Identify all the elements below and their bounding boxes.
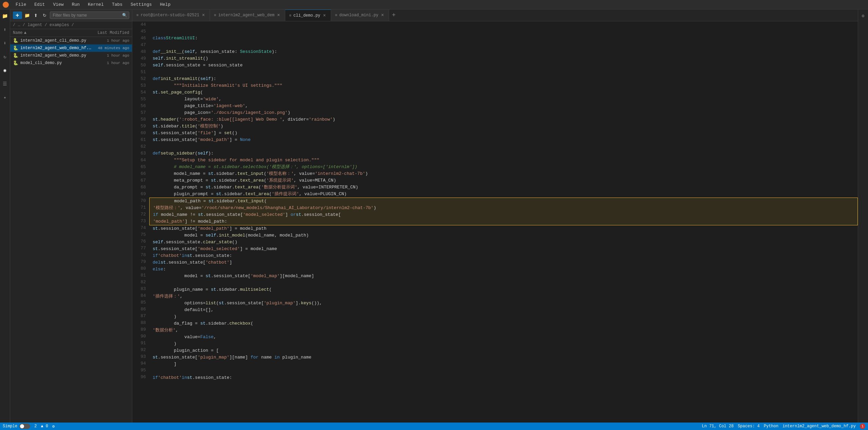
add-tab-button[interactable]: + <box>389 9 399 21</box>
simple-toggle[interactable]: Simple <box>3 424 30 429</box>
editor-area: ≡ root@intern-studio-02521 × ≡ internlm2… <box>132 9 858 423</box>
table-row: page_title='lagent-web', <box>149 103 858 109</box>
menu-help[interactable]: Help <box>159 1 172 8</box>
menu-file[interactable]: File <box>14 1 27 8</box>
status-right: Ln 71, Col 28 Spaces: 4 Python internlm2… <box>702 424 865 429</box>
active-file-name: internlm2_agent_web_demo_hf.py <box>783 424 856 429</box>
table-row: """Initialize Streamlit's UI settings.""… <box>149 82 858 89</box>
language: Python <box>764 424 778 429</box>
file-name: model_cli_demo.py <box>20 61 92 65</box>
refresh-icon[interactable]: ↻ <box>1 53 9 60</box>
tab-icon: ≡ <box>136 13 139 17</box>
right-gutter: ⚙ <box>858 9 868 423</box>
menu-settings[interactable]: Settings <box>129 1 153 8</box>
table-row: def __init__(self, session_state: Sessio… <box>149 48 858 55</box>
file-name: internlm2_agent_web_demo_hf.py <box>20 46 92 50</box>
table-row: # model_name = st.sidebar.selectbox('模型选… <box>149 164 858 170</box>
new-file-button[interactable]: + <box>13 12 22 19</box>
table-row: plugin_prompt = st.sidebar.text_area('插件… <box>149 191 858 198</box>
table-row: plugin_name = st.sidebar.multiselect( <box>149 286 858 293</box>
tab-label: download_mini.py <box>339 13 378 18</box>
tab-item[interactable]: ≡ root@intern-studio-02521 × <box>132 9 210 21</box>
tab-close-button[interactable]: × <box>381 13 385 18</box>
tab-item[interactable]: ≡ internlm2_agent_web_dem × <box>210 9 285 21</box>
tab-item[interactable]: ≡ cli_demo.py × <box>285 9 331 21</box>
table-row <box>149 28 858 35</box>
table-row: self.init_streamlit() <box>149 55 858 62</box>
table-row: options=list(st.session_state['plugin_ma… <box>149 300 858 307</box>
menu-run[interactable]: Run <box>71 1 81 8</box>
download-icon[interactable]: ⬇ <box>1 39 9 47</box>
menu-kernel[interactable]: Kernel <box>86 1 105 8</box>
settings-right-icon[interactable]: ⚙ <box>860 12 867 20</box>
table-row: st.session_state['model_path'] = None <box>149 137 858 143</box>
search-wrapper: 🔍 <box>50 12 129 19</box>
file-list-header: Name ▲ Last Modified <box>10 29 132 37</box>
extensions-icon[interactable]: ✦ <box>1 94 9 101</box>
table-row: st.sidebar.title('模型控制') <box>149 123 858 130</box>
file-icon: 🐍 <box>13 45 18 51</box>
menu-edit[interactable]: Edit <box>33 1 46 8</box>
tab-icon: ≡ <box>289 14 292 18</box>
file-time: 1 hour ago <box>92 61 129 65</box>
error-count: 2 <box>34 424 37 429</box>
menu-bar: File Edit View Run Kernel Tabs Settings … <box>0 0 868 9</box>
list-item[interactable]: 🐍 model_cli_demo.py 1 hour ago <box>10 59 132 67</box>
refresh-button[interactable]: ↻ <box>41 12 49 19</box>
file-name: internlm2_agent_cli_demo.py <box>20 38 92 43</box>
table-row <box>149 143 858 150</box>
table-row: def setup_sidebar(self): <box>149 150 858 157</box>
folder-button[interactable]: 📁 <box>23 12 31 19</box>
list-item[interactable]: 🐍 internlm2_agent_cli_demo.py 1 hour ago <box>10 37 132 44</box>
table-row: model_name = st.sidebar.text_input('模型名称… <box>149 170 858 177</box>
table-row: layout='wide', <box>149 96 858 103</box>
sort-name-col[interactable]: Name ▲ <box>13 30 89 35</box>
list-icon[interactable]: ☰ <box>1 80 9 87</box>
col-name-label: Name <box>13 30 23 35</box>
search-icon: 🔍 <box>122 13 127 18</box>
gear-icon-status[interactable]: ⚙ <box>52 424 55 429</box>
tab-close-button[interactable]: × <box>276 13 281 18</box>
table-row: plugin_action = [ <box>149 347 858 354</box>
table-row: 'model_path'] != model_path: <box>149 218 858 225</box>
file-time: 1 hour ago <box>92 54 129 58</box>
table-row: def init_streamlit(self): <box>149 76 858 82</box>
table-row: st.session_state['plugin_map'][name] for… <box>149 354 858 361</box>
error-badge: 1 <box>860 424 865 429</box>
table-row: ) <box>149 313 858 320</box>
simple-label: Simple <box>3 424 17 429</box>
col-modified-label: Last Modified <box>89 30 129 35</box>
sort-icon: ▲ <box>24 30 26 35</box>
menu-tabs[interactable]: Tabs <box>111 1 124 8</box>
list-item[interactable]: 🐍 internlm2_agent_web_demo.py 1 hour ago <box>10 52 132 59</box>
upload-button[interactable]: ⬆ <box>32 12 40 19</box>
list-item[interactable]: 🐍 internlm2_agent_web_demo_hf.py 48 minu… <box>10 44 132 52</box>
editor-content[interactable]: 4445464748495051525354555657585960616263… <box>132 21 858 423</box>
explorer-icon[interactable]: ◉ <box>1 66 9 74</box>
table-row: '数据分析', <box>149 327 858 334</box>
tab-label: cli_demo.py <box>293 13 320 18</box>
table-row: """Setup the sidebar for model and plugi… <box>149 157 858 164</box>
spaces: Spaces: 4 <box>738 424 760 429</box>
table-row: '插件选择：', <box>149 293 858 300</box>
status-left: Simple 2 ▲ 0 ⚙ <box>3 424 55 429</box>
files-icon[interactable]: 📁 <box>1 12 9 20</box>
tab-close-button[interactable]: × <box>322 13 326 18</box>
table-row: page_icon='./docs/imgs/lagent_icon.png') <box>149 109 858 116</box>
table-row: st.session_state['file'] = set() <box>149 130 858 137</box>
menu-view[interactable]: View <box>52 1 65 8</box>
search-input[interactable] <box>50 12 129 19</box>
table-row <box>149 368 858 374</box>
toggle-switch[interactable] <box>19 424 30 429</box>
table-row: class StreamlitUI: <box>149 35 858 42</box>
upload-icon[interactable]: ⬆ <box>1 26 9 33</box>
table-row: value=False, <box>149 334 858 341</box>
app-icon <box>3 2 9 8</box>
table-row: st.session_state['model_path'] = model_p… <box>149 225 858 232</box>
table-row: model = st.session_state['model_map'][mo… <box>149 273 858 280</box>
file-time: 1 hour ago <box>92 39 129 43</box>
tab-close-button[interactable]: × <box>201 13 205 18</box>
tab-item[interactable]: ≡ download_mini.py × <box>331 9 389 21</box>
table-row: if 'chatbot' in st.session_state: <box>149 374 858 381</box>
code-area: class StreamlitUI: def __init__(self, se… <box>149 21 858 423</box>
